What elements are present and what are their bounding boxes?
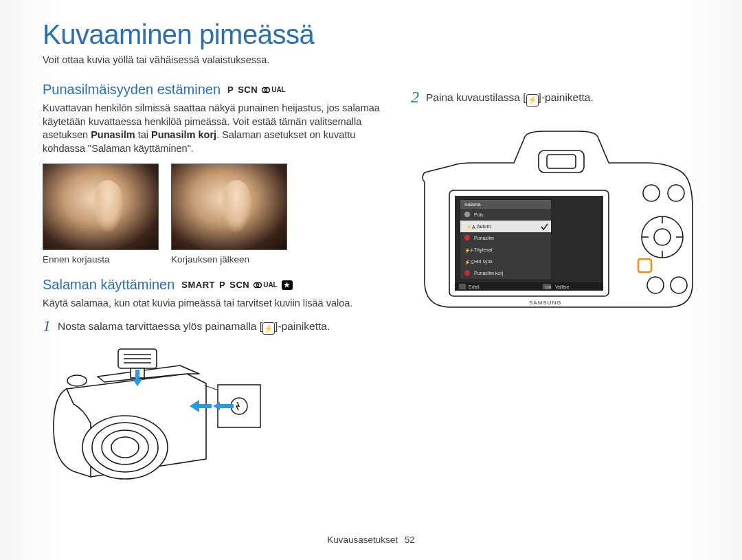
- section-redeye-title: Punasilmäisyyden estäminen: [43, 82, 221, 98]
- mode-dual-icon: UAL: [262, 86, 286, 93]
- lcd-item-fill: Täytesal: [474, 247, 493, 253]
- redeye-paragraph: Kuvattavan henkilön silmissä saattaa näk…: [43, 102, 383, 155]
- step-1-number: 1: [43, 317, 51, 334]
- mode-magic-icon: ★: [282, 280, 293, 290]
- step-1: 1 Nosta salama tarvittaessa ylös painama…: [43, 317, 383, 334]
- svg-point-41: [464, 212, 470, 217]
- svg-text:⚡A: ⚡A: [466, 224, 475, 230]
- mode-icons-flash: SMART P SCN UAL ★: [181, 280, 292, 290]
- lcd-item-off: Pois: [474, 212, 484, 217]
- section-flash-title: Salaman käyttäminen: [43, 277, 175, 293]
- svg-text:OK: OK: [546, 285, 552, 289]
- svg-text:SAMSUNG: SAMSUNG: [529, 300, 561, 306]
- photo-after: [171, 164, 287, 250]
- flash-button-icon: ⚡: [262, 322, 275, 335]
- section-redeye-heading: Punasilmäisyyden estäminen P SCN UAL: [43, 82, 383, 98]
- step-2-text: Paina kuvaustilassa [⚡]-painiketta.: [426, 89, 594, 105]
- step-1-text: Nosta salama tarvittaessa ylös painamall…: [58, 317, 330, 334]
- mode-icons-redeye: P SCN UAL: [227, 85, 286, 95]
- camera-illustration-raise-flash: [43, 341, 283, 489]
- footer-page-number: 52: [405, 535, 415, 545]
- svg-rect-17: [220, 404, 234, 408]
- caption-after: Korjauksen jälkeen: [171, 254, 286, 265]
- lcd-menu-title: Salama: [464, 202, 481, 207]
- svg-point-12: [111, 437, 139, 458]
- svg-rect-19: [135, 370, 139, 379]
- svg-marker-18: [213, 402, 220, 410]
- section-flash-heading: Salaman käyttäminen SMART P SCN UAL ★: [43, 277, 383, 293]
- page-title: Kuvaaminen pimeässä: [43, 19, 699, 50]
- svg-line-21: [205, 385, 218, 390]
- svg-rect-23: [547, 155, 576, 168]
- caption-before: Ennen korjausta: [43, 254, 157, 265]
- svg-point-45: [464, 235, 470, 240]
- svg-text:⚡S: ⚡S: [464, 259, 474, 265]
- mode-p-icon: P: [219, 280, 225, 290]
- svg-point-30: [654, 229, 671, 245]
- lcd-item-redeye: Punasilm: [474, 236, 494, 240]
- mode-p-icon: P: [227, 85, 234, 95]
- flash-button-icon: ⚡: [526, 94, 539, 107]
- svg-point-28: [671, 277, 687, 293]
- svg-point-27: [647, 277, 664, 293]
- svg-text:⚡F: ⚡F: [464, 247, 473, 254]
- lcd-item-redeye-fix: Punasilm korj: [474, 271, 503, 276]
- redeye-photo-row: Ennen korjausta Korjauksen jälkeen: [43, 164, 383, 265]
- page-subtitle: Voit ottaa kuvia yöllä tai vähäisessä va…: [43, 54, 699, 65]
- page-footer: Kuvausasetukset 52: [0, 535, 742, 545]
- lcd-item-slowsync: Hid synk: [474, 259, 493, 265]
- step-2: 2 Paina kuvaustilassa [⚡]-painiketta.: [411, 89, 699, 105]
- mode-smart-icon: SMART: [181, 280, 215, 290]
- mode-dual-icon: UAL: [254, 281, 278, 289]
- footer-section: Kuvausasetukset: [327, 535, 398, 545]
- svg-point-51: [464, 270, 470, 276]
- svg-point-13: [67, 375, 87, 386]
- lcd-bottom-select: Valitse: [555, 284, 570, 289]
- flash-paragraph: Käytä salamaa, kun otat kuvia pimeässä t…: [43, 297, 383, 311]
- camera-illustration-back: SAMSUNG Salama Pois: [411, 112, 699, 325]
- photo-before: [43, 164, 159, 250]
- svg-point-25: [643, 185, 660, 201]
- mode-scn-icon: SCN: [238, 85, 258, 95]
- lcd-bottom-back: Edell.: [469, 284, 481, 289]
- mode-scn-icon: SCN: [229, 280, 249, 290]
- step-2-number: 2: [411, 89, 419, 105]
- svg-point-26: [668, 185, 684, 201]
- lcd-item-auto: Autom.: [477, 224, 492, 229]
- svg-rect-53: [459, 284, 466, 289]
